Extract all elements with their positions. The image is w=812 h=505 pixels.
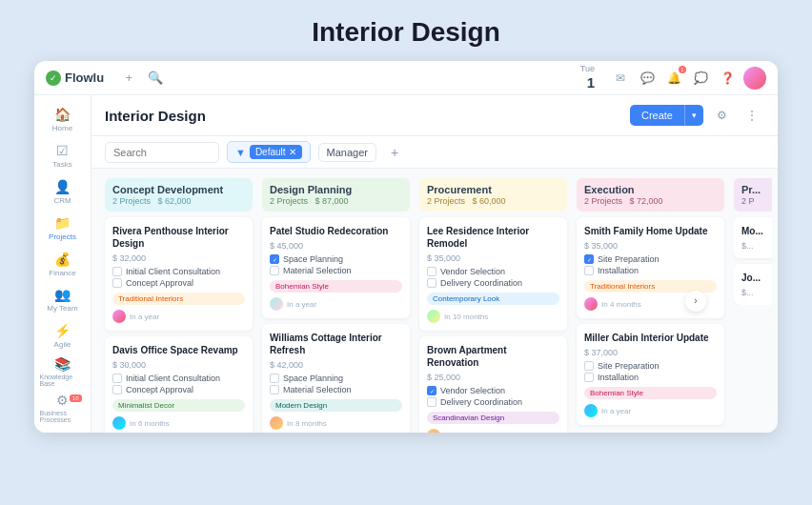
sidebar-item-myteam[interactable]: 👥 My Team <box>40 283 86 317</box>
task-item: Initial Client Consultation <box>112 374 245 383</box>
card-davis: Davis Office Space Revamp $ 30,000 Initi… <box>105 336 253 433</box>
column-header-partial: Pr... 2 P <box>734 178 772 212</box>
card-tag: Bohemian Style <box>584 387 717 399</box>
task-item: Installation <box>584 266 717 275</box>
card-tag: Bohemian Style <box>270 280 402 293</box>
card-tasks: Space Planning Material Selection <box>270 374 402 394</box>
task-item: Space Planning <box>270 254 402 264</box>
sidebar-item-knowledge[interactable]: 📚 Knowledge Base <box>40 354 86 389</box>
mail-icon[interactable]: ✉ <box>610 68 631 89</box>
settings-icon[interactable]: ⚙ <box>709 103 734 128</box>
add-filter-button[interactable]: + <box>384 142 405 163</box>
card-lee: Lee Residence Interior Remodel $ 35,000 … <box>419 217 567 331</box>
search-nav-icon[interactable]: 🔍 <box>146 69 165 88</box>
card-tasks: Vendor Selection Delivery Coordination <box>427 386 559 407</box>
filter-remove-button[interactable]: ✕ <box>289 147 296 157</box>
card-footer: In 6 months <box>112 416 245 430</box>
procurement-col-meta: 2 Projects $ 60,000 <box>427 196 559 206</box>
message-icon[interactable]: 💭 <box>690 68 711 89</box>
tasks-icon: ☑ <box>56 143 69 158</box>
filter-button[interactable]: ▼ Default ✕ <box>227 141 311 163</box>
manager-button[interactable]: Manager <box>318 143 376 162</box>
top-nav: Flowlu + 🔍 Tue 1 ✉ 💬 🔔 1 💭 ❓ <box>34 61 778 95</box>
notification-badge: 1 <box>679 66 686 73</box>
sidebar-item-agile[interactable]: ⚡ Agile <box>40 319 86 354</box>
task-item: Installation <box>584 373 717 382</box>
main-content: 🏠 Home ☑ Tasks 👤 CRM 📁 Projects 💰 Financ… <box>34 95 778 433</box>
sidebar: 🏠 Home ☑ Tasks 👤 CRM 📁 Projects 💰 Financ… <box>34 95 91 433</box>
sidebar-item-business[interactable]: ⚙ Business Processes 10 <box>40 391 86 425</box>
knowledge-icon: 📚 <box>54 356 71 372</box>
crm-icon: 👤 <box>54 179 71 194</box>
task-checkbox[interactable] <box>270 266 279 275</box>
chat-icon[interactable]: 💬 <box>637 68 658 89</box>
task-checkbox[interactable] <box>112 278 122 288</box>
card-tasks: Site Preparation Installation <box>584 254 717 275</box>
card-footer: In a year <box>112 310 245 323</box>
task-item: Initial Client Consultation <box>112 267 245 276</box>
task-checkbox[interactable] <box>427 397 436 407</box>
concept-col-meta: 2 Projects $ 62,000 <box>112 196 245 206</box>
card-avatar <box>584 404 598 417</box>
task-item: Vendor Selection <box>427 386 559 395</box>
more-icon[interactable]: ⋮ <box>740 103 764 128</box>
card-tasks: Initial Client Consultation Concept Appr… <box>112 374 245 394</box>
card-tasks: Vendor Selection Delivery Coordination <box>427 267 559 288</box>
sidebar-item-crm[interactable]: 👤 CRM <box>40 175 86 210</box>
column-header-concept: Concept Development 2 Projects $ 62,000 <box>105 178 253 212</box>
task-checkbox[interactable] <box>270 385 279 394</box>
sidebar-item-home[interactable]: 🏠 Home <box>40 103 86 137</box>
task-checkbox[interactable] <box>584 373 594 382</box>
task-checkbox[interactable] <box>270 254 279 264</box>
task-checkbox[interactable] <box>427 386 436 395</box>
projects-icon: 📁 <box>54 215 71 231</box>
header-actions: Create ▾ ⚙ ⋮ <box>630 103 764 128</box>
task-checkbox[interactable] <box>427 267 436 276</box>
logo-check-icon <box>46 71 61 86</box>
column-design: Design Planning 2 Projects $ 87,000 Pate… <box>262 178 410 433</box>
agile-icon: ⚡ <box>54 323 71 338</box>
sidebar-item-projects[interactable]: 📁 Projects <box>40 211 86 245</box>
search-input[interactable] <box>105 142 219 163</box>
sidebar-item-finance[interactable]: 💰 Finance <box>40 247 86 281</box>
column-partial: Pr... 2 P Mo... $... Jo... $... <box>734 178 772 305</box>
content-header: Interior Design Create ▾ ⚙ ⋮ <box>91 95 778 136</box>
task-checkbox[interactable] <box>112 385 122 394</box>
card-avatar <box>427 310 440 323</box>
task-checkbox[interactable] <box>427 278 436 288</box>
task-item: Material Selection <box>270 385 402 394</box>
notification-icon[interactable]: 🔔 1 <box>663 68 684 89</box>
logo-text: Flowlu <box>65 71 104 85</box>
task-checkbox[interactable] <box>270 374 279 383</box>
card-tasks: Site Preparation Installation <box>584 361 717 382</box>
task-checkbox[interactable] <box>584 254 594 264</box>
help-icon[interactable]: ❓ <box>717 68 738 89</box>
app-container: Flowlu + 🔍 Tue 1 ✉ 💬 🔔 1 💭 ❓ 🏠 Home <box>34 61 778 433</box>
card-avatar <box>112 416 126 430</box>
add-nav-button[interactable]: + <box>119 69 138 88</box>
task-item: Concept Approval <box>112 385 245 394</box>
card-footer: In 8 months <box>270 416 402 430</box>
task-checkbox[interactable] <box>584 266 594 275</box>
card-avatar <box>112 310 126 323</box>
task-checkbox[interactable] <box>112 374 122 383</box>
card-footer: In a year <box>427 429 559 433</box>
create-button[interactable]: Create <box>630 105 684 126</box>
user-avatar[interactable] <box>743 67 766 90</box>
scroll-right-button[interactable]: › <box>685 291 706 312</box>
card-tag: Traditional Interiors <box>112 293 245 305</box>
business-icon: ⚙ <box>56 393 69 408</box>
create-dropdown-button[interactable]: ▾ <box>684 105 703 126</box>
column-concept: Concept Development 2 Projects $ 62,000 … <box>105 178 253 433</box>
task-item: Material Selection <box>270 266 402 275</box>
task-checkbox[interactable] <box>584 361 594 371</box>
task-item: Delivery Coordination <box>427 397 559 407</box>
sidebar-item-tasks[interactable]: ☑ Tasks <box>40 139 86 173</box>
task-item: Concept Approval <box>112 278 245 288</box>
card-tag: Minimalist Decor <box>112 399 245 412</box>
task-item: Space Planning <box>270 374 402 383</box>
procurement-col-title: Procurement <box>427 184 559 195</box>
card-patel: Patel Studio Redecoration $ 45,000 Space… <box>262 217 410 318</box>
task-checkbox[interactable] <box>112 267 122 276</box>
card-tag: Scandinavian Design <box>427 412 559 424</box>
